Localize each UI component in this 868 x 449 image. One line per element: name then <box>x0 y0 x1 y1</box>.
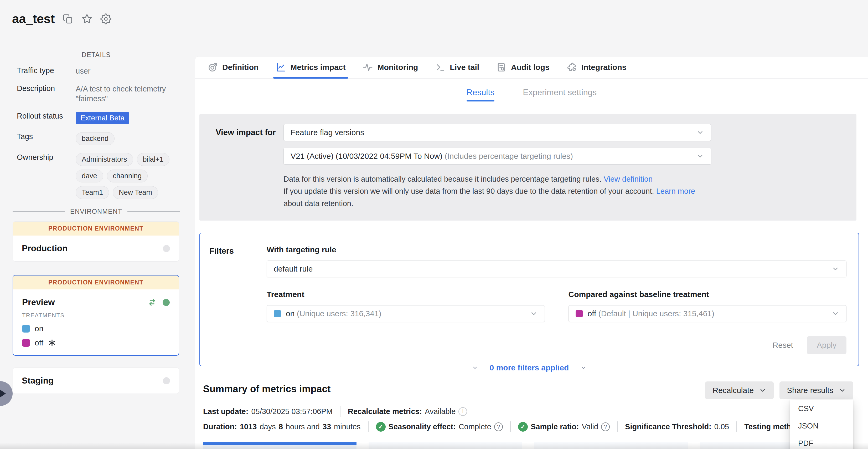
environment-card-preview[interactable]: PRODUCTION ENVIRONMENT Preview TREATMENT… <box>12 275 179 356</box>
tab-live-tail[interactable]: Live tail <box>435 57 479 78</box>
treatment-label: Treatment <box>267 290 545 299</box>
version-auto-note: Data for this version is automatically c… <box>283 173 711 185</box>
treatment-color-swatch <box>274 310 281 317</box>
tab-bar: Definition Metrics impact Monitoring Liv… <box>195 57 868 79</box>
treatment-row-on: on <box>22 324 179 333</box>
tab-metrics-impact[interactable]: Metrics impact <box>276 57 345 78</box>
flag-header: aa_test <box>12 11 112 26</box>
view-impact-panel: View impact for Feature flag versions V2… <box>199 114 857 220</box>
owner-pill[interactable]: bilal+1 <box>137 153 170 166</box>
apply-button[interactable]: Apply <box>807 336 846 354</box>
pulse-icon <box>363 62 373 72</box>
treatment-color-swatch <box>22 325 30 333</box>
treatment-color-swatch <box>576 310 583 317</box>
target-icon <box>208 62 218 72</box>
view-impact-label: View impact for <box>216 124 283 210</box>
chevron-right-icon <box>0 390 6 397</box>
share-results-menu: CSV JSON PDF Copy URL <box>790 400 853 449</box>
treatment-row-off: off <box>22 338 179 347</box>
details-section-header: DETAILS <box>12 51 180 59</box>
recalculate-button[interactable]: Recalculate <box>705 382 774 399</box>
treatment-select[interactable]: on (Unique users: 316,341) <box>267 305 545 322</box>
baseline-treatment-select[interactable]: off (Default | Unique users: 315,461) <box>568 305 847 322</box>
status-dot-green <box>163 299 170 306</box>
production-environment-banner: PRODUCTION ENVIRONMENT <box>13 275 179 290</box>
sidebar-collapse-button[interactable] <box>0 381 12 406</box>
owner-pill[interactable]: channing <box>107 170 148 182</box>
owner-pill[interactable]: Team1 <box>76 186 109 199</box>
more-filters-toggle[interactable]: 0 more filters applied <box>469 363 590 372</box>
default-treatment-asterisk-icon <box>48 339 56 347</box>
description-value: A/A test to check telemetry "fairness" <box>76 84 179 104</box>
environment-card-production[interactable]: PRODUCTION ENVIRONMENT Production <box>12 221 179 262</box>
chevron-down-icon <box>696 128 704 137</box>
reset-button[interactable]: Reset <box>773 341 793 350</box>
treatments-label: TREATMENTS <box>22 312 179 319</box>
traffic-type-value: user <box>76 66 179 76</box>
environment-name: Production <box>22 243 67 253</box>
treatment-name: on <box>35 324 43 333</box>
owner-pill[interactable]: Administrators <box>76 153 133 166</box>
menu-item-json[interactable]: JSON <box>790 417 853 435</box>
audit-log-icon <box>497 62 506 72</box>
status-dot-gray <box>163 245 170 252</box>
check-circle-icon: ✓ <box>518 422 528 432</box>
swap-arrows-icon[interactable] <box>147 298 157 307</box>
traffic-type-label: Traffic type <box>17 66 76 75</box>
description-label: Description <box>17 84 76 93</box>
baseline-treatment-label: Compared against baseline treatment <box>568 290 847 299</box>
chevron-down-icon <box>580 365 587 371</box>
production-environment-banner: PRODUCTION ENVIRONMENT <box>13 221 179 236</box>
view-definition-link[interactable]: View definition <box>604 175 653 183</box>
subtab-experiment-settings[interactable]: Experiment settings <box>523 88 597 101</box>
info-icon[interactable]: i <box>459 407 467 416</box>
rollout-status-label: Rollout status <box>17 112 76 120</box>
summary-stats-line-1: Last update: 05/30/2025 03:57:06PM Recal… <box>203 406 853 417</box>
page-title: aa_test <box>12 11 55 26</box>
terminal-icon <box>435 62 445 72</box>
chevron-down-icon <box>759 387 766 394</box>
tab-definition[interactable]: Definition <box>208 57 258 78</box>
targeting-rule-label: With targeting rule <box>267 245 846 254</box>
summary-stats-line-2: Duration: 1013 days 8 hours and 33 minut… <box>203 421 853 432</box>
tags-label: Tags <box>17 132 76 141</box>
chevron-down-icon <box>832 310 839 318</box>
treatment-name: off <box>35 338 43 347</box>
targeting-rule-select[interactable]: default rule <box>267 261 846 277</box>
environment-card-staging[interactable]: Staging <box>12 367 179 394</box>
ownership-label: Ownership <box>17 153 76 162</box>
chevron-down-icon <box>832 265 839 273</box>
status-dot-gray <box>163 377 170 384</box>
chevron-down-icon <box>472 365 478 371</box>
summary-section: Summary of metrics impact Recalculate Sh… <box>203 382 853 449</box>
version-note: (Includes percentage targeting rules) <box>444 152 573 160</box>
tag-pill[interactable]: backend <box>76 132 115 145</box>
chevron-down-icon <box>530 310 538 318</box>
owner-pill[interactable]: dave <box>76 170 103 182</box>
tab-monitoring[interactable]: Monitoring <box>363 57 418 78</box>
learn-more-link[interactable]: Learn more <box>656 187 695 195</box>
tab-audit-logs[interactable]: Audit logs <box>497 57 550 78</box>
filters-label: Filters <box>209 245 267 354</box>
help-icon[interactable]: ? <box>601 422 610 431</box>
environment-name: Preview <box>22 297 55 307</box>
chevron-down-icon <box>696 152 704 160</box>
copy-icon[interactable] <box>63 13 73 25</box>
menu-item-csv[interactable]: CSV <box>790 400 853 417</box>
star-icon[interactable] <box>82 13 92 25</box>
owner-pill[interactable]: New Team <box>113 186 158 199</box>
details-grid: Traffic type user Description A/A test t… <box>17 66 179 199</box>
environment-section-header: ENVIRONMENT <box>12 208 180 215</box>
puzzle-icon <box>567 62 577 72</box>
share-results-button[interactable]: Share results <box>779 382 853 399</box>
subtab-results[interactable]: Results <box>467 88 495 101</box>
main-panel: Definition Metrics impact Monitoring Liv… <box>195 56 868 449</box>
help-icon[interactable]: ? <box>494 422 503 431</box>
treatment-color-swatch <box>22 339 30 347</box>
gear-icon[interactable] <box>100 13 112 25</box>
data-retention-note: If you update this version we will only … <box>283 185 711 210</box>
tab-integrations[interactable]: Integrations <box>567 57 626 78</box>
summary-title: Summary of metrics impact <box>203 382 331 395</box>
version-select[interactable]: V21 (Active) (10/03/2022 04:59PM To Now)… <box>283 148 711 164</box>
impact-source-select[interactable]: Feature flag versions <box>283 124 711 141</box>
